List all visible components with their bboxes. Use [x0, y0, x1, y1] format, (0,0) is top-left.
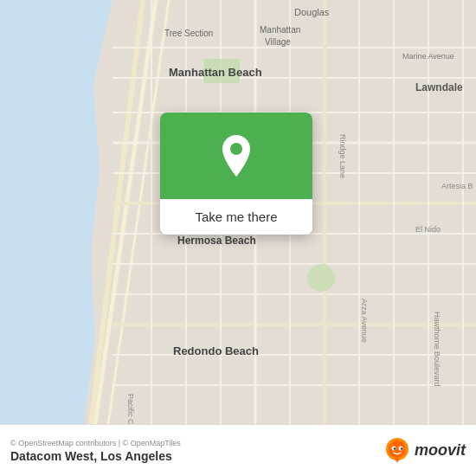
svg-text:Douglas: Douglas [294, 7, 330, 17]
svg-point-47 [389, 441, 406, 458]
svg-text:Marine Avenue: Marine Avenue [402, 52, 454, 61]
svg-point-51 [401, 447, 402, 449]
svg-text:Artesia B: Artesia B [441, 182, 473, 190]
svg-text:Manhattan Beach: Manhattan Beach [169, 66, 262, 79]
svg-text:Manhattan: Manhattan [260, 25, 300, 35]
map-container: Douglas Tree Section Manhattan Village M… [0, 0, 476, 424]
svg-text:Redondo Beach: Redondo Beach [173, 344, 259, 357]
moovit-mascot-icon [383, 437, 411, 465]
svg-text:Village: Village [265, 37, 291, 47]
svg-point-50 [394, 447, 396, 449]
svg-text:El Nido: El Nido [415, 225, 441, 234]
svg-text:Lawndale: Lawndale [415, 81, 463, 93]
svg-point-44 [230, 143, 242, 155]
svg-rect-28 [307, 264, 335, 292]
svg-text:Tree Section: Tree Section [164, 29, 213, 38]
svg-text:Hermosa Beach: Hermosa Beach [177, 235, 256, 247]
take-me-there-button[interactable]: Take me there [160, 199, 312, 235]
svg-text:Pacific C: Pacific C [126, 394, 135, 424]
popup-header [160, 113, 312, 199]
bottom-left-info: © OpenStreetMap contributors | © OpenMap… [10, 439, 181, 463]
svg-text:Rindge Lane: Rindge Lane [338, 134, 347, 178]
svg-text:Arza Avenue: Arza Avenue [360, 299, 369, 343]
location-pin-icon [217, 133, 255, 178]
popup-card: Take me there [160, 113, 312, 235]
moovit-logo: moovit [383, 437, 466, 465]
location-name: Datacom West, Los Angeles [10, 449, 181, 463]
svg-text:Hawthorne Boulevard: Hawthorne Boulevard [433, 312, 441, 387]
svg-marker-52 [395, 458, 400, 463]
attribution-text: © OpenStreetMap contributors | © OpenMap… [10, 439, 181, 447]
moovit-brand-text: moovit [415, 441, 466, 460]
bottom-bar: © OpenStreetMap contributors | © OpenMap… [0, 424, 476, 476]
